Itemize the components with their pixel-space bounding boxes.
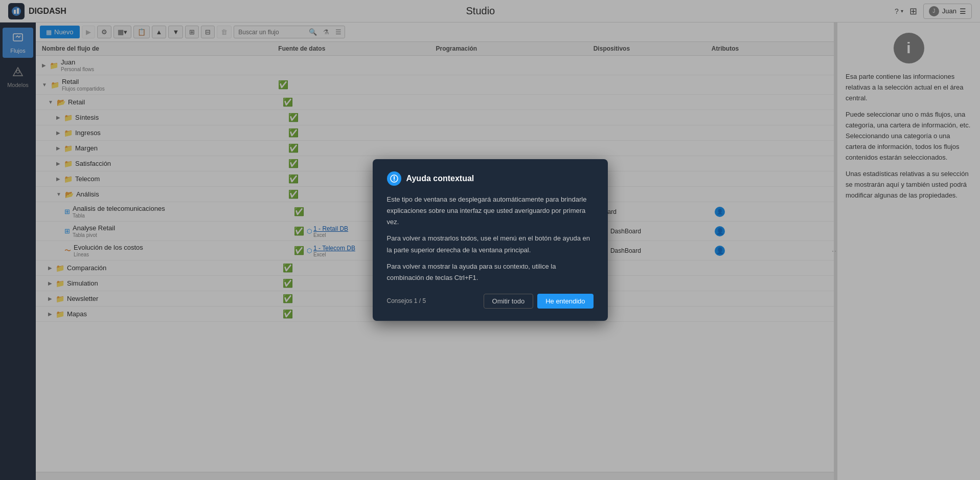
help-modal: Ayuda contextual Este tipo de ventana se… xyxy=(373,159,608,321)
modal-title: Ayuda contextual xyxy=(406,174,474,183)
entendido-button[interactable]: He entendido xyxy=(537,294,593,309)
modal-overlay[interactable]: Ayuda contextual Este tipo de ventana se… xyxy=(0,0,980,480)
modal-body-line2: Para volver a mostrarlos todos, use el m… xyxy=(387,233,594,255)
modal-consejos: Consejos 1 / 5 xyxy=(387,297,426,304)
modal-buttons: Omitir todo He entendido xyxy=(484,294,594,309)
modal-header-icon xyxy=(387,171,401,186)
modal-body: Este tipo de ventana se desplegará autom… xyxy=(387,194,594,283)
modal-footer: Consejos 1 / 5 Omitir todo He entendido xyxy=(387,294,594,309)
modal-body-line1: Este tipo de ventana se desplegará autom… xyxy=(387,194,594,228)
modal-header: Ayuda contextual xyxy=(387,171,594,186)
omitir-button[interactable]: Omitir todo xyxy=(484,294,534,309)
modal-body-line3: Para volver a mostrar la ayuda para su c… xyxy=(387,261,594,283)
svg-point-7 xyxy=(394,180,395,181)
